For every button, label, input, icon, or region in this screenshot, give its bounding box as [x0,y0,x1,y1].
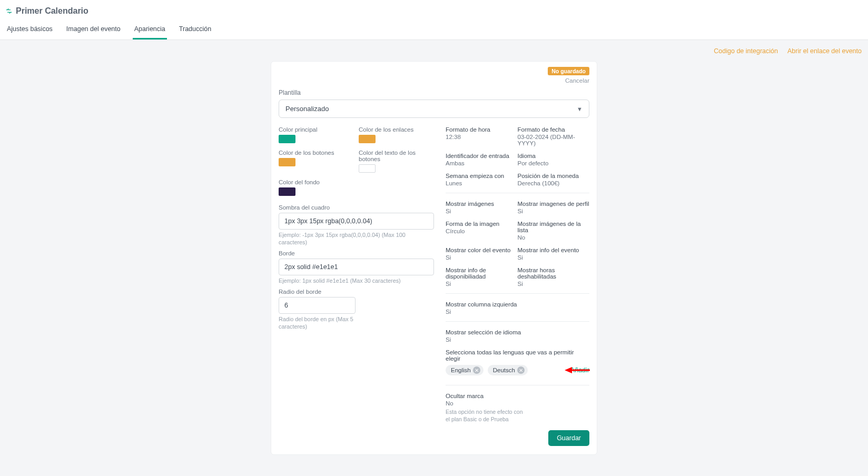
radius-helper: Radio del borde en px (Max 5 caracteres) [279,315,356,330]
entry-id-setting[interactable]: Identificador de entrada Ambas [446,153,518,166]
lang-prompt: Selecciona todas las lenguas que vas a p… [446,349,589,362]
show-event-color-setting[interactable]: Mostrar color del evento Si [446,247,518,261]
integration-code-link[interactable]: Codigo de integración [714,47,778,55]
chevron-down-icon: ▼ [577,106,583,112]
language-chip: Deutsch✕ [488,365,528,375]
template-value: Personalizado [285,105,329,113]
divider [446,193,589,193]
time-format-setting[interactable]: Formato de hora 12:38 [446,126,518,146]
tab-2[interactable]: Apariencia [133,21,167,39]
add-language-link[interactable]: Añadir [570,366,589,374]
border-label: Borde [279,250,434,256]
tab-1[interactable]: Imagen del evento [65,21,122,39]
border-helper: Ejemplo: 1px solid #e1e1e1 (Max 30 carac… [279,277,434,284]
language-chip: English✕ [446,365,484,375]
remove-language-icon[interactable]: ✕ [473,366,480,374]
show-avail-info-setting[interactable]: Mostrar info de disponibiliadad Si [446,267,518,287]
border-input[interactable] [279,259,434,275]
swap-icon [5,7,13,15]
language-chips-row: English✕Deutsch✕ Añadir [446,365,589,375]
hide-brand-setting[interactable]: Ocultar marca No Esta opción no tiene ef… [446,393,589,423]
show-disabled-hours-setting[interactable]: Mostrar horas deshabilitadas Si [518,267,590,287]
box-shadow-input[interactable] [279,213,434,230]
language-chip-label: Deutsch [493,367,515,373]
top-links: Codigo de integración Abrir el enlace de… [0,47,868,55]
language-chip-label: English [451,367,471,373]
language-setting[interactable]: Idioma Por defecto [518,153,590,166]
divider [446,385,589,385]
left-column: Color principal Color de los enlaces Col… [279,126,434,446]
show-lang-sel-setting[interactable]: Mostrar selección de idioma Si [446,329,589,343]
template-label: Plantilla [279,89,589,96]
appearance-card: No guardado Cancelar Plantilla Personali… [271,61,597,455]
color-bg-swatch[interactable] [279,187,295,196]
divider [446,321,589,322]
color-bg-label: Color del fondo [279,179,347,185]
radius-input[interactable] [279,297,356,314]
radius-label: Radio del borde [279,289,434,295]
show-profile-setting[interactable]: Mostrar imagenes de perfil Si [518,201,590,214]
color-links-label: Color de los enlaces [359,126,427,133]
color-buttons-swatch[interactable] [279,158,295,166]
workspace: Codigo de integración Abrir el enlace de… [0,40,868,476]
color-links-swatch[interactable] [359,135,376,143]
tab-3[interactable]: Traducción [177,21,213,39]
color-main-label: Color principal [279,126,347,133]
week-start-setting[interactable]: Semana empieza con Lunes [446,173,518,186]
image-shape-setting[interactable]: Forma de la imagen Círculo [446,221,518,241]
page-header: Primer Calendario Ajustes básicosImagen … [0,0,868,40]
currency-pos-setting[interactable]: Posición de la moneda Derecha (100€) [518,173,590,186]
right-column: Formato de hora 12:38 Formato de fecha 0… [446,126,589,446]
color-main-swatch[interactable] [279,135,295,143]
open-event-link[interactable]: Abrir el enlace del evento [787,47,862,55]
template-select[interactable]: Personalizado ▼ [279,100,589,118]
tabs: Ajustes básicosImagen del eventoAparienc… [5,21,860,39]
cancel-link[interactable]: Cancelar [279,77,589,84]
show-list-img-setting[interactable]: Mostrar imágenes de la lista No [518,221,590,241]
color-buttons-label: Color de los botones [279,150,347,156]
divider [446,293,589,294]
unsaved-badge: No guardado [548,67,589,75]
remove-language-icon[interactable]: ✕ [517,366,525,374]
save-button[interactable]: Guardar [548,430,589,446]
color-button-text-label: Color del texto de los botones [359,150,427,162]
show-event-info-setting[interactable]: Mostrar info del evento Si [518,247,590,261]
color-button-text-swatch[interactable] [359,164,376,173]
show-left-col-setting[interactable]: Mostrar columna izquierda Si [446,301,518,315]
box-shadow-label: Sombra del cuadro [279,204,434,211]
tab-0[interactable]: Ajustes básicos [5,21,54,39]
hide-brand-hint: Esta opción no tiene efecto con el plan … [446,409,525,423]
box-shadow-helper: Ejemplo: -1px 3px 15px rgba(0,0,0,0.04) … [279,231,434,246]
show-images-setting[interactable]: Mostrar imágenes Si [446,201,518,214]
date-format-setting[interactable]: Formato de fecha 03-02-2024 (DD-MM-YYYY) [518,126,590,146]
page-title: Primer Calendario [16,6,88,16]
